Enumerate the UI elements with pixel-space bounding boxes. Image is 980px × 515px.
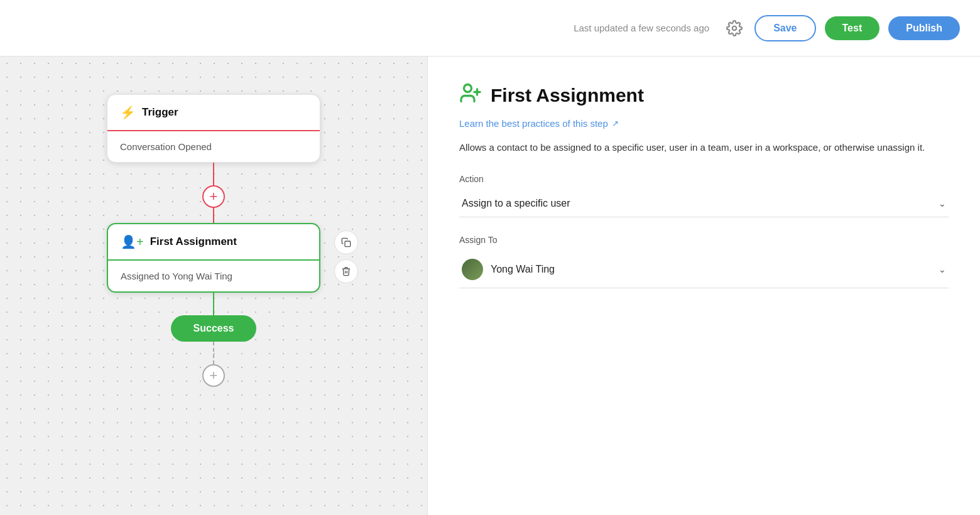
assignment-node-header: 👤+ First Assignment [108,224,319,261]
assign-to-user: Yong Wai Ting [462,259,555,280]
learn-link-text: Learn the best practices of this step [459,118,608,129]
assignment-node[interactable]: 👤+ First Assignment Assigned to Yong Wai… [107,223,320,293]
trigger-node-body: Conversation Opened [107,131,320,162]
trigger-node: ⚡ Trigger Conversation Opened [107,94,320,163]
connector-line-top [213,163,214,185]
action-dropdown-value: Assign to a specific user [462,198,570,209]
detail-panel: First Assignment Learn the best practice… [427,57,980,515]
delete-node-button[interactable] [334,259,358,283]
dashed-connector [213,342,214,364]
node-action-controls [334,230,358,283]
test-button[interactable]: Test [825,16,880,40]
save-button[interactable]: Save [754,15,815,41]
trigger-node-title: Trigger [142,106,178,119]
publish-button[interactable]: Publish [888,16,960,40]
lightning-icon: ⚡ [120,105,136,120]
assign-to-field: Assign To Yong Wai Ting ⌄ [459,235,949,288]
workflow-canvas: ⚡ Trigger Conversation Opened + 👤+ First… [0,57,427,515]
svg-rect-1 [345,241,351,247]
trigger-node-value: Conversation Opened [120,141,212,152]
settings-icon[interactable] [723,17,746,40]
trigger-node-header: ⚡ Trigger [107,95,320,131]
action-chevron-icon: ⌄ [939,198,946,209]
action-field: Action Assign to a specific user ⌄ [459,174,949,217]
connector-1: + [202,163,225,223]
add-step-button-1[interactable]: + [202,185,225,208]
add-step-button-2[interactable]: + [202,364,225,387]
assignment-node-body: Assigned to Yong Wai Ting [108,261,319,291]
external-link-icon: ↗ [612,119,619,128]
success-node: Success [171,315,257,342]
avatar [462,259,483,280]
detail-assign-icon [459,82,482,109]
svg-point-2 [464,85,472,92]
connector-line-bottom [213,208,214,223]
learn-best-practices-link[interactable]: Learn the best practices of this step ↗ [459,118,949,129]
action-dropdown[interactable]: Assign to a specific user ⌄ [459,190,949,217]
assign-to-dropdown[interactable]: Yong Wai Ting ⌄ [459,251,949,288]
assignment-node-title: First Assignment [150,236,237,248]
assignment-node-value: Assigned to Yong Wai Ting [121,271,232,281]
action-field-label: Action [459,174,949,184]
detail-title: First Assignment [491,85,644,106]
svg-point-0 [732,26,737,30]
topbar: Last updated a few seconds ago Save Test… [0,0,980,57]
assignment-node-wrapper: 👤+ First Assignment Assigned to Yong Wai… [107,223,320,293]
connector-2 [213,293,214,315]
connector-green-line [213,293,214,315]
detail-header: First Assignment [459,82,949,109]
status-text: Last updated a few seconds ago [574,23,709,33]
copy-node-button[interactable] [334,230,358,254]
assign-header-icon: 👤+ [121,234,144,249]
assign-to-name: Yong Wai Ting [491,264,555,275]
main-layout: ⚡ Trigger Conversation Opened + 👤+ First… [0,57,980,515]
assign-to-label: Assign To [459,235,949,245]
avatar-image [462,259,483,280]
detail-description: Allows a contact to be assigned to a spe… [459,140,949,155]
assign-chevron-icon: ⌄ [939,264,946,274]
